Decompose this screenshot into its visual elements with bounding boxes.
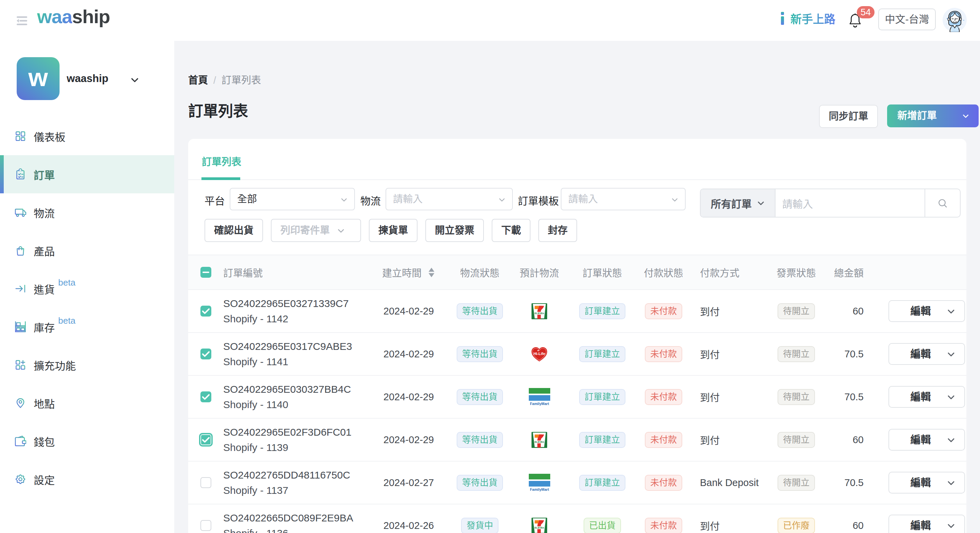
svg-text:FamilyMart: FamilyMart: [530, 487, 549, 492]
svg-text:ELEVEn: ELEVEn: [535, 441, 544, 444]
svg-text:ELEVEn: ELEVEn: [535, 526, 544, 529]
svg-text:FamilyMart: FamilyMart: [530, 402, 549, 406]
svg-text:Hi-Life: Hi-Life: [533, 352, 545, 356]
svg-text:ELEVEn: ELEVEn: [535, 312, 544, 315]
